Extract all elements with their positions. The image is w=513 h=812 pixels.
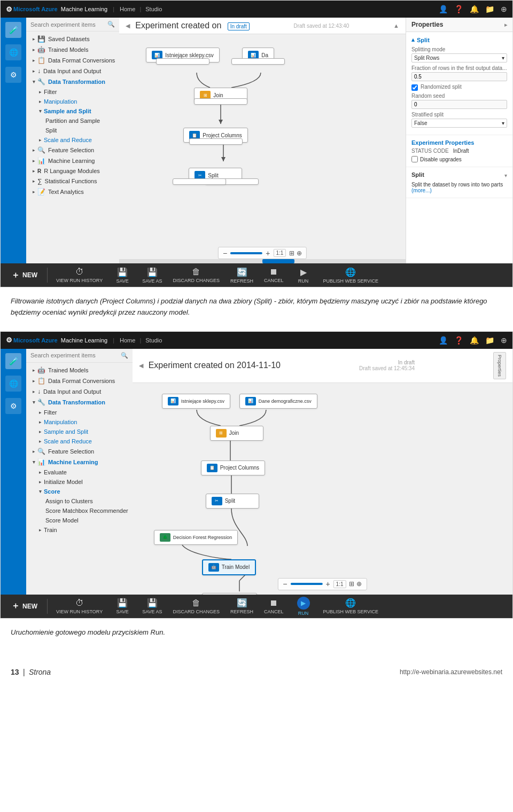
nav-studio-2[interactable]: Studio [145,337,162,343]
sidebar-item-split[interactable]: Split [26,126,119,135]
random-seed-input[interactable] [411,100,507,109]
sidebar-item-data-input[interactable]: ▸ ↓ Data Input and Output [26,66,119,76]
props-arrow-icon[interactable]: ▸ [504,22,507,28]
sidebar-item-data-transform[interactable]: ▾ 🔧 Data Transformation [26,76,119,87]
collapse-icon[interactable]: ◀ [126,22,130,29]
sidebar2-item-data-input[interactable]: ▸ ↓ Data Input and Output [26,386,133,397]
node2-project-cols[interactable]: 📋 Project Columns [201,460,265,475]
sidebar2-item-train[interactable]: ▸ Train [26,525,133,535]
sidebar2-item-data-transform[interactable]: ▾ 🔧 Data Transformation [26,397,133,408]
sidebar-item-scale-reduce[interactable]: ▸ Scale and Reduce [26,135,119,145]
rail-flask-icon-2[interactable]: 🧪 [5,353,21,369]
sidebar-item-feature-selection[interactable]: ▸ 🔍 Feature Selection [26,145,119,155]
save-as-button-2[interactable]: 💾 SAVE AS [138,596,166,616]
save-as-button[interactable]: 💾 SAVE AS [138,265,166,286]
rail-gear-icon-2[interactable]: ⚙ [5,398,21,414]
expand-icon[interactable]: ▲ [393,22,399,29]
discard-changes-button-2[interactable]: 🗑 DISCARD CHANGES [169,596,224,616]
run-button-2[interactable]: ▶ RUN [290,595,317,618]
canvas-body-2[interactable]: 📊 Istniejące sklepy.csv 📊 Dane demografi… [133,383,512,595]
sidebar-item-r-modules[interactable]: ▸ R R Language Modules [26,166,119,176]
fit-icon[interactable]: ⊞ [289,249,294,257]
save-button-2[interactable]: 💾 SAVE [109,596,136,616]
publish-web-service-button[interactable]: 🌐 PUBLISH WEB SERVICE [319,265,383,286]
node2-csv1[interactable]: 📊 Istniejące sklepy.csv [162,394,230,409]
node-csv1[interactable]: 📊 Istniejące sklepy.csv [146,48,219,63]
zoom-out-button-2[interactable]: − [283,580,287,588]
help-icon[interactable]: ❓ [454,5,463,13]
sidebar-item-saved-datasets[interactable]: ▸ 💾 Saved Datasets [26,34,119,44]
node2-join[interactable]: ⊞ Join [210,426,263,441]
sidebar2-item-trained-models[interactable]: ▸ 🤖 Trained Models [26,365,133,376]
search-input-1[interactable] [30,21,105,28]
view-run-history-button[interactable]: ⏱ VIEW RUN HISTORY [52,265,107,285]
node2-csv2[interactable]: 📊 Dane demograficzne.csv [239,394,317,409]
nav-home-1[interactable]: Home [120,6,135,12]
sidebar2-item-score-matchbox[interactable]: Score Matchbox Recommender [26,506,133,516]
node2-score-model[interactable]: 📈 Score Model [202,593,257,595]
properties-tab[interactable]: Properties [493,352,506,379]
save-button[interactable]: 💾 SAVE [109,265,136,286]
refresh-button[interactable]: 🔄 REFRESH [226,265,258,286]
sidebar-item-partition[interactable]: Partition and Sample [26,116,119,126]
view-run-history-button-2[interactable]: ⏱ VIEW RUN HISTORY [52,596,107,616]
node2-split[interactable]: ✂ Split [206,494,259,509]
sidebar2-item-init-model[interactable]: ▸ Initialize Model [26,477,133,487]
rail-gear-icon[interactable]: ⚙ [5,67,21,83]
zoom-in-button-2[interactable]: + [325,580,330,588]
more-link[interactable]: (more...) [411,188,432,193]
sidebar-item-manipulation[interactable]: ▸ Manipulation [26,97,119,106]
sidebar2-item-score[interactable]: ▾ Score [26,487,133,496]
sidebar2-item-assign-clusters[interactable]: Assign to Clusters [26,496,133,506]
sidebar2-item-manipulation[interactable]: ▸ Manipulation [26,417,133,427]
sidebar-item-sample-split[interactable]: ▾ Sample and Split [26,106,119,116]
sidebar2-item-machine-learning[interactable]: ▾ 📊 Machine Learning [26,457,133,467]
help-icon-2[interactable]: ❓ [454,336,463,345]
node-csv2[interactable]: 📊 Da [242,48,274,63]
disable-upgrades-checkbox[interactable] [411,156,418,162]
rail-globe-icon-2[interactable]: 🌐 [5,376,21,392]
center-icon[interactable]: ⊕ [297,249,302,257]
plus-circle-icon[interactable]: ⊕ [501,5,507,13]
sidebar-item-filter[interactable]: ▸ Filter [26,87,119,97]
user-icon[interactable]: 👤 [439,5,448,13]
node2-decision-forest[interactable]: 🌲 Decision Forest Regression [154,530,238,545]
sidebar2-item-evaluate[interactable]: ▸ Evaluate [26,467,133,477]
run-button-1[interactable]: ▶ RUN [290,265,317,286]
publish-web-service-button-2[interactable]: 🌐 PUBLISH WEB SERVICE [319,596,383,616]
sidebar2-item-data-format[interactable]: ▸ 📋 Data Format Conversions [26,376,133,386]
zoom-in-button[interactable]: + [266,249,270,257]
stratified-split-select[interactable]: False ▾ [411,119,507,128]
folder-icon-2[interactable]: 📁 [485,336,494,345]
sidebar2-item-feature-selection[interactable]: ▸ 🔍 Feature Selection [26,446,133,457]
node-project-columns[interactable]: 📋 Project Columns [183,128,247,143]
scrollbar-h-1[interactable] [119,259,406,263]
splitting-mode-select[interactable]: Split Rows ▾ [411,53,507,63]
zoom-slider-2[interactable] [290,583,322,585]
refresh-button-2[interactable]: 🔄 REFRESH [226,596,258,616]
canvas-body-1[interactable]: 📊 Istniejące sklepy.csv 📊 Da ⊞ Join 📋 [119,34,406,263]
center-icon-2[interactable]: ⊕ [356,580,362,588]
fit-icon-2[interactable]: ⊞ [349,580,354,588]
sidebar-item-machine-learning[interactable]: ▸ 📊 Machine Learning [26,155,119,166]
search-input-2[interactable] [30,352,119,358]
node2-train-model[interactable]: 🤖 Train Model [202,559,256,575]
zoom-slider[interactable] [230,252,262,254]
user-icon-2[interactable]: 👤 [439,336,448,345]
sidebar2-item-filter[interactable]: ▸ Filter [26,408,133,417]
sidebar-item-text-analytics[interactable]: ▸ 📝 Text Analytics [26,186,119,197]
rail-flask-icon[interactable]: 🧪 [5,22,21,38]
new-button-2[interactable]: ＋ NEW [6,598,43,614]
fraction-input[interactable] [411,72,507,81]
sidebar-item-trained-models[interactable]: ▸ 🤖 Trained Models [26,44,119,55]
sidebar-item-statistical[interactable]: ▸ ∑ Statistical Functions [26,176,119,186]
folder-icon[interactable]: 📁 [485,5,494,13]
discard-changes-button[interactable]: 🗑 DISCARD CHANGES [169,265,224,285]
node-join[interactable]: ⊞ Join [194,88,247,103]
bell-icon[interactable]: 🔔 [470,5,479,13]
plus-circle-icon-2[interactable]: ⊕ [501,336,507,345]
nav-studio-1[interactable]: Studio [145,6,162,12]
collapse-icon-2[interactable]: ◀ [139,362,143,369]
node-split[interactable]: ✂ Split [189,168,242,183]
zoom-out-button[interactable]: − [223,249,227,257]
